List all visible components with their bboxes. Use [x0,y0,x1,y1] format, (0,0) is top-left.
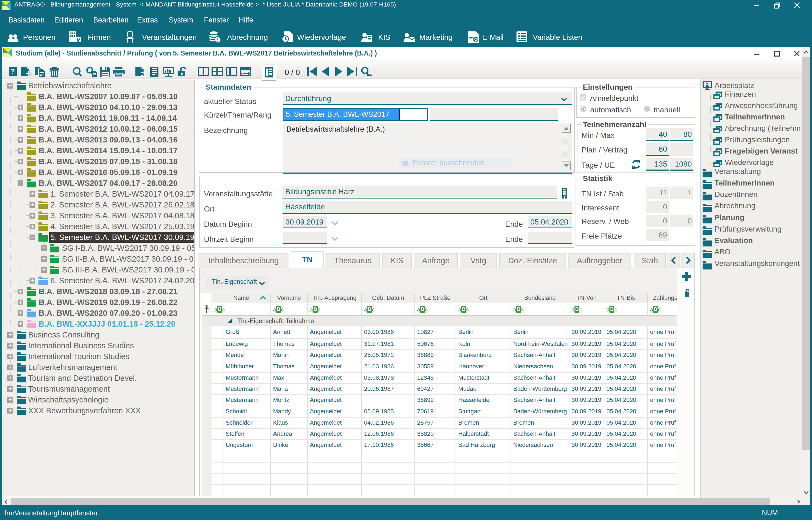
svg-text:?: ? [10,67,15,75]
svg-text:@: @ [473,37,478,42]
